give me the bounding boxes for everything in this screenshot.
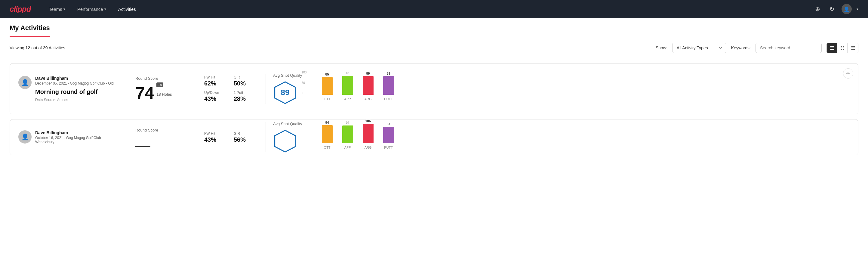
chart-bar-wrapper: 90 bbox=[342, 71, 353, 95]
activity-type-select[interactable]: All Activity Types bbox=[672, 43, 726, 53]
svg-marker-1 bbox=[275, 130, 296, 152]
round-score-label: Round Score bbox=[135, 76, 189, 81]
holes-label: 18 Holes bbox=[156, 92, 172, 96]
chart-bar-wrapper: 89 bbox=[363, 71, 374, 95]
chart-bar-value: 94 bbox=[325, 121, 329, 124]
user-chevron-icon[interactable]: ▾ bbox=[857, 7, 858, 11]
activity-title: Morning round of golf bbox=[35, 88, 121, 95]
view-list-dense-button[interactable]: ☰ bbox=[827, 43, 837, 53]
chart-column: 92APP bbox=[340, 119, 355, 149]
chart-column: 106ARG bbox=[361, 119, 376, 149]
up-down-label: Up/Down bbox=[204, 91, 229, 95]
gir-stat: GIR 56% bbox=[234, 132, 258, 143]
activity-card: ✏ 👤 Dave Billingham December 05, 2021 · … bbox=[10, 63, 858, 114]
navbar: clippd Teams ▾ Performance ▾ Activities … bbox=[0, 0, 868, 18]
activity-date: October 16, 2021 · Gog Magog Golf Club -… bbox=[35, 136, 121, 144]
chart-y-axis: 100 50 0 bbox=[302, 71, 307, 95]
performance-chevron-icon: ▾ bbox=[104, 7, 106, 11]
chart-bar-value: 85 bbox=[325, 72, 329, 76]
fw-hit-label: FW Hit bbox=[204, 75, 229, 80]
round-score-section: Round Score bbox=[135, 128, 189, 147]
gir-label: GIR bbox=[234, 75, 258, 80]
chart-bar-wrapper: 85 bbox=[322, 71, 333, 95]
up-down-value: 43% bbox=[204, 95, 229, 102]
chart-bar-fill bbox=[383, 76, 394, 95]
chart-bars: 85OTT90APP89ARG89PUTT bbox=[320, 71, 396, 107]
logo[interactable]: clippd bbox=[10, 4, 31, 14]
page-header: My Activities bbox=[0, 18, 868, 37]
chart-axis-label: APP bbox=[344, 146, 351, 149]
view-list-button[interactable]: ☰ bbox=[848, 43, 858, 53]
hexagon-shape bbox=[273, 129, 297, 153]
page-content: My Activities Viewing 12 out of 29 Activ… bbox=[0, 18, 868, 263]
shot-quality-chart: 94OTT92APP106ARG87PUTT bbox=[311, 119, 396, 155]
chart-bar-value: 89 bbox=[386, 71, 390, 75]
gir-value: 50% bbox=[234, 80, 258, 87]
chart-bar-value: 87 bbox=[386, 122, 390, 126]
quality-hexagon: 89 bbox=[273, 81, 297, 105]
nav-teams[interactable]: Teams ▾ bbox=[48, 0, 66, 18]
add-icon[interactable]: ⊕ bbox=[813, 4, 822, 14]
chart-bar-wrapper: 87 bbox=[383, 119, 394, 143]
chart-bar-fill bbox=[383, 127, 394, 143]
quality-section: Avg Shot Quality 94OTT92APP106ARG87PUTT bbox=[273, 119, 850, 155]
chart-column: 89ARG bbox=[361, 71, 376, 101]
activities-list: ✏ 👤 Dave Billingham December 05, 2021 · … bbox=[0, 58, 868, 160]
card-divider-3 bbox=[266, 74, 266, 104]
card-divider-1 bbox=[128, 122, 128, 152]
chart-bar-fill bbox=[322, 125, 333, 143]
quality-score-value: 89 bbox=[281, 88, 290, 97]
chart-axis-label: ARG bbox=[365, 146, 372, 149]
edit-button[interactable]: ✏ bbox=[843, 68, 853, 79]
filters-bar: Viewing 12 out of 29 Activities Show: Al… bbox=[0, 37, 868, 58]
one-putt-label: 1 Putt bbox=[234, 91, 258, 95]
show-label: Show: bbox=[656, 46, 668, 50]
nav-activities[interactable]: Activities bbox=[117, 0, 137, 18]
chart-bar-wrapper: 89 bbox=[383, 71, 394, 95]
chart-bar-value: 92 bbox=[346, 121, 349, 124]
chart-axis-label: OTT bbox=[324, 146, 331, 149]
chart-axis-label: PUTT bbox=[384, 97, 393, 101]
fw-hit-value: 62% bbox=[204, 80, 229, 87]
avatar-person-icon: 👤 bbox=[21, 133, 29, 141]
one-putt-value: 28% bbox=[234, 95, 258, 102]
round-score-label: Round Score bbox=[135, 128, 189, 133]
gir-label: GIR bbox=[234, 132, 258, 136]
card-left: 👤 Dave Billingham October 16, 2021 · Gog… bbox=[18, 130, 121, 144]
teams-chevron-icon: ▾ bbox=[63, 7, 65, 11]
up-down-stat: Up/Down 43% bbox=[204, 91, 229, 102]
chart-bars: 94OTT92APP106ARG87PUTT bbox=[320, 119, 396, 155]
shot-quality-chart: 100 50 0 85OTT90APP89ARG89PUTT bbox=[311, 71, 396, 107]
avatar: 👤 bbox=[18, 76, 32, 89]
quality-section: Avg Shot Quality 89 100 50 bbox=[273, 71, 850, 107]
navbar-right: ⊕ ↻ 👤 ▾ bbox=[813, 4, 858, 14]
search-input[interactable] bbox=[755, 43, 822, 53]
avatar-icon: 👤 bbox=[844, 6, 850, 12]
card-divider-1 bbox=[128, 74, 128, 104]
one-putt-stat: 1 Putt 28% bbox=[234, 91, 258, 102]
hexagon-shape: 89 bbox=[273, 81, 297, 105]
fw-hit-label: FW Hit bbox=[204, 132, 229, 136]
card-left: 👤 Dave Billingham December 05, 2021 · Go… bbox=[18, 76, 121, 102]
chart-bar-fill bbox=[322, 77, 333, 95]
refresh-icon[interactable]: ↻ bbox=[827, 4, 837, 14]
user-avatar[interactable]: 👤 bbox=[841, 4, 852, 14]
chart-bar-wrapper: 106 bbox=[363, 119, 374, 143]
avatar-person-icon: 👤 bbox=[21, 79, 29, 86]
card-divider-2 bbox=[197, 74, 197, 104]
nav-performance[interactable]: Performance ▾ bbox=[76, 0, 107, 18]
score-badge: +4 bbox=[156, 83, 163, 87]
chart-bar-value: 89 bbox=[366, 71, 370, 75]
chart-bar-wrapper: 94 bbox=[322, 119, 333, 143]
gir-value: 56% bbox=[234, 136, 258, 143]
player-name: Dave Billingham bbox=[35, 130, 121, 135]
chart-axis-label: OTT bbox=[324, 97, 331, 101]
player-name: Dave Billingham bbox=[35, 76, 121, 81]
view-grid-button[interactable]: ☷ bbox=[837, 43, 848, 53]
card-info: Dave Billingham October 16, 2021 · Gog M… bbox=[35, 130, 121, 144]
fw-hit-stat: FW Hit 62% bbox=[204, 75, 229, 87]
chart-column: 87PUTT bbox=[381, 119, 396, 149]
round-score-value: 74 bbox=[135, 85, 154, 101]
keywords-label: Keywords: bbox=[731, 46, 751, 50]
round-score-section: Round Score 74 +4 18 Holes bbox=[135, 76, 189, 101]
